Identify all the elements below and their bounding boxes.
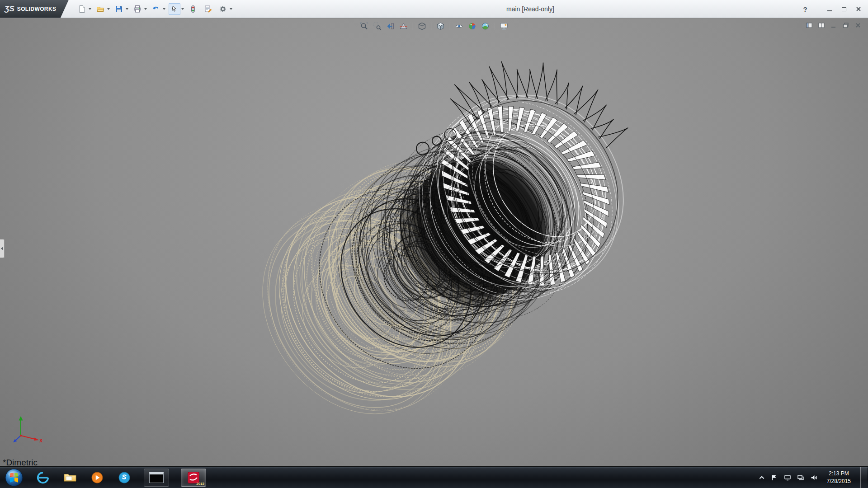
dropdown-caret-icon[interactable] — [163, 8, 165, 10]
apply-scene-button[interactable] — [480, 21, 491, 32]
open-folder-icon — [96, 5, 105, 14]
dropdown-caret-icon[interactable] — [89, 8, 91, 10]
toolbar-separator — [413, 23, 413, 30]
pane-split-button[interactable] — [817, 21, 826, 29]
internet-explorer-e-icon — [36, 471, 50, 484]
toolbar-separator — [431, 23, 432, 30]
restore-icon — [842, 22, 849, 29]
show-hidden-icons-button[interactable] — [759, 474, 765, 481]
appearance-ball-icon — [468, 22, 477, 31]
minimize-icon — [827, 10, 832, 11]
flag-icon — [771, 474, 778, 481]
minimize-document-button[interactable] — [829, 21, 838, 29]
dropdown-caret-icon[interactable] — [230, 8, 232, 10]
document-window-controls — [805, 21, 863, 29]
gear-icon — [218, 5, 227, 14]
section-view-icon — [399, 22, 408, 31]
brand-label: SOLIDWORKS — [17, 6, 57, 12]
monitor-icon — [500, 22, 509, 31]
show-desktop-button[interactable] — [860, 467, 867, 488]
zoom-to-fit-button[interactable] — [359, 21, 370, 32]
zoom-to-area-icon — [373, 22, 382, 31]
section-view-button[interactable] — [398, 21, 409, 32]
options-button[interactable] — [217, 3, 229, 15]
maximize-button[interactable] — [838, 5, 850, 14]
window-title: main [Read-only] — [506, 0, 554, 18]
cursor-arrow-icon — [170, 5, 179, 14]
dropdown-caret-icon[interactable] — [107, 8, 110, 10]
command-prompt-window-icon — [149, 472, 164, 483]
close-icon — [854, 22, 862, 29]
dropdown-caret-icon[interactable] — [126, 8, 128, 10]
network-icon — [797, 474, 804, 481]
solidworks-logo[interactable]: ƷS SOLIDWORKS — [0, 0, 69, 18]
dropdown-caret-icon[interactable] — [144, 8, 147, 10]
window-controls: ? — [799, 0, 864, 18]
close-document-button[interactable] — [854, 21, 863, 29]
windows-start-icon — [5, 468, 24, 487]
zoom-to-fit-icon — [360, 22, 369, 31]
display-tray-button[interactable] — [784, 474, 791, 481]
help-button[interactable]: ? — [799, 5, 811, 14]
triad-x-label: X — [39, 438, 43, 443]
pane-left-button[interactable] — [805, 21, 814, 29]
display-style-cube-icon — [436, 22, 445, 31]
media-player-icon[interactable] — [90, 470, 105, 485]
internet-explorer-icon[interactable] — [35, 470, 51, 485]
display-icon — [784, 474, 791, 481]
taskbar-apps: 2015 — [5, 467, 206, 488]
chevron-up-icon — [759, 474, 765, 481]
taskbar-clock[interactable]: 2:13 PM 7/28/2015 — [823, 470, 854, 484]
round-blue-app-icon[interactable] — [117, 470, 132, 485]
rebuild-stoplight-icon — [189, 5, 198, 14]
windows-explorer-icon[interactable] — [62, 470, 78, 485]
orientation-triad: X — [11, 414, 44, 447]
hide-show-items-button[interactable] — [454, 21, 465, 32]
minimize-button[interactable] — [824, 5, 835, 14]
blue-orb-icon — [118, 471, 131, 484]
dropdown-caret-icon[interactable] — [181, 8, 184, 10]
graphics-area[interactable]: X *Dimetric — [0, 19, 868, 466]
select-tool-button[interactable] — [169, 3, 180, 15]
turbine-wireframe-model — [0, 19, 868, 466]
open-button[interactable] — [94, 3, 106, 15]
pane-left-icon — [806, 22, 813, 29]
eye-icon — [455, 22, 464, 31]
close-button[interactable] — [853, 5, 864, 14]
previous-view-icon — [386, 22, 395, 31]
expand-panel-arrow-icon — [1, 247, 3, 250]
windows-taskbar: 2015 2:13 PM 7/28/2015 — [0, 466, 868, 488]
solidworks-window: ƷS SOLIDWORKS — [0, 0, 868, 488]
new-document-icon — [77, 5, 86, 14]
standard-toolbar — [76, 3, 236, 15]
view-settings-button[interactable] — [499, 21, 509, 32]
rebuild-button[interactable] — [187, 3, 199, 15]
save-button[interactable] — [113, 3, 125, 15]
zoom-to-area-button[interactable] — [372, 21, 383, 32]
feature-panel-collapsed-tab[interactable] — [0, 239, 5, 258]
system-tray: 2:13 PM 7/28/2015 — [759, 467, 868, 488]
action-center-button[interactable] — [771, 474, 778, 481]
edit-appearance-button[interactable] — [467, 21, 478, 32]
restore-document-button[interactable] — [841, 21, 850, 29]
view-orientation-cube-icon — [418, 22, 427, 31]
view-orientation-button[interactable] — [417, 21, 428, 32]
display-style-button[interactable] — [435, 21, 446, 32]
speaker-icon — [810, 474, 817, 481]
undo-button[interactable] — [150, 3, 162, 15]
solidworks-taskbar-button[interactable]: 2015 — [181, 469, 206, 487]
volume-tray-button[interactable] — [810, 474, 817, 481]
new-document-button[interactable] — [76, 3, 88, 15]
close-icon — [856, 6, 861, 12]
print-button[interactable] — [132, 3, 143, 15]
command-prompt-taskbar-button[interactable] — [144, 469, 169, 487]
clock-time: 2:13 PM — [829, 470, 849, 477]
previous-view-button[interactable] — [385, 21, 396, 32]
file-properties-button[interactable] — [202, 3, 214, 15]
save-floppy-icon — [114, 5, 123, 14]
maximize-icon — [842, 7, 846, 11]
heads-up-toolbar — [359, 21, 509, 32]
solidworks-version-badge: 2015 — [196, 482, 204, 486]
network-tray-button[interactable] — [797, 474, 804, 481]
start-button[interactable] — [5, 468, 24, 487]
